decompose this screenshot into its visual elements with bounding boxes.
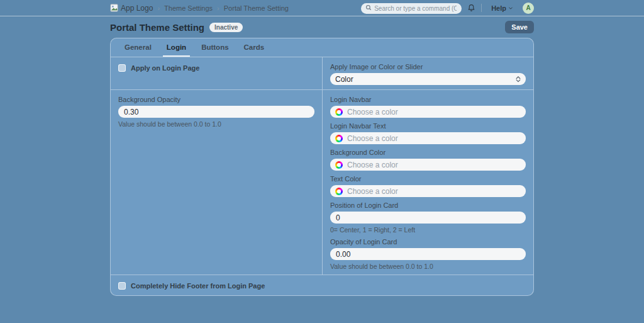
form-card: General Login Buttons Cards Apply on Log… <box>110 38 534 296</box>
hide-footer-label: Completely Hide Footer from Login Page <box>131 282 265 290</box>
position-of-login-card-label: Position of Login Card <box>330 201 526 209</box>
global-search <box>361 2 462 14</box>
background-opacity-input[interactable] <box>118 106 314 118</box>
page-header: Portal Theme Setting Inactive Save <box>110 16 534 38</box>
search-input[interactable] <box>361 3 462 14</box>
text-color-label: Text Color <box>330 175 526 183</box>
tab-login[interactable]: Login <box>163 38 190 57</box>
background-opacity-helper: Value should be between 0.0 to 1.0 <box>118 120 314 128</box>
apply-image-or-color-value: Color <box>335 75 353 84</box>
breadcrumb-theme-settings[interactable]: Theme Settings <box>164 4 213 12</box>
login-navbar-text-label: Login Navbar Text <box>330 122 526 130</box>
login-navbar-text-placeholder: Choose a color <box>347 134 398 143</box>
navbar-divider <box>481 4 482 12</box>
apply-image-or-color-select[interactable]: Color <box>330 73 526 85</box>
hide-footer-checkbox[interactable] <box>118 282 126 290</box>
background-color-placeholder: Choose a color <box>347 161 398 169</box>
background-color-label: Background Color <box>330 149 526 156</box>
apply-on-login-page-checkbox[interactable] <box>118 64 126 72</box>
apply-on-login-page-label: Apply on Login Page <box>131 64 199 72</box>
chevron-down-icon <box>508 6 513 11</box>
form-tabs: General Login Buttons Cards <box>111 38 533 57</box>
opacity-of-login-card-input[interactable] <box>330 248 526 260</box>
color-wheel-icon <box>335 161 343 169</box>
opacity-of-login-card-field: Opacity of Login Card Value should be be… <box>330 238 526 270</box>
login-navbar-field: Login Navbar Choose a color <box>330 96 526 118</box>
page-title: Portal Theme Setting <box>110 22 204 33</box>
apply-image-or-color-field: Apply Image or Color or Slider Color <box>330 63 526 85</box>
opacity-of-login-card-helper: Value should be between 0.0 to 1.0 <box>330 263 526 270</box>
breadcrumb-separator: › <box>157 4 160 12</box>
login-navbar-placeholder: Choose a color <box>347 108 398 116</box>
app-window: App Logo › Theme Settings › Portal Theme… <box>0 0 644 296</box>
position-of-login-card-helper: 0= Center, 1 = Right, 2 = Left <box>330 226 526 234</box>
save-button[interactable]: Save <box>505 21 534 33</box>
background-color-picker[interactable]: Choose a color <box>330 159 526 171</box>
form-section-footer: Completely Hide Footer from Login Page <box>111 275 533 295</box>
login-navbar-color-picker[interactable]: Choose a color <box>330 106 526 118</box>
help-label: Help <box>491 4 506 12</box>
notifications-button[interactable] <box>467 4 475 12</box>
text-color-field: Text Color Choose a color <box>330 175 526 197</box>
text-color-placeholder: Choose a color <box>347 187 398 196</box>
form-section-login-style: Background Opacity Value should be betwe… <box>111 89 533 275</box>
background-opacity-label: Background Opacity <box>118 96 314 103</box>
top-navbar: App Logo › Theme Settings › Portal Theme… <box>0 0 644 16</box>
login-navbar-label: Login Navbar <box>330 96 526 103</box>
text-color-picker[interactable]: Choose a color <box>330 185 526 197</box>
form-section-apply: Apply on Login Page Apply Image or Color… <box>111 57 533 89</box>
login-navbar-text-field: Login Navbar Text Choose a color <box>330 122 526 144</box>
bell-icon <box>467 4 475 12</box>
tab-general[interactable]: General <box>121 38 155 57</box>
select-arrows-icon <box>516 76 521 82</box>
apply-on-login-page-field: Apply on Login Page <box>118 63 314 73</box>
tab-buttons[interactable]: Buttons <box>197 38 232 57</box>
broken-image-icon <box>110 4 118 12</box>
user-avatar[interactable]: A <box>523 3 534 14</box>
tab-cards[interactable]: Cards <box>240 38 269 57</box>
help-menu-button[interactable]: Help <box>487 4 517 13</box>
app-logo-text: App Logo <box>121 4 153 13</box>
hide-footer-field: Completely Hide Footer from Login Page <box>118 281 526 291</box>
position-of-login-card-input[interactable] <box>330 212 526 224</box>
color-wheel-icon <box>335 135 343 142</box>
search-icon <box>365 4 372 11</box>
apply-image-or-color-label: Apply Image or Color or Slider <box>330 63 526 71</box>
breadcrumb-separator: › <box>217 4 219 12</box>
opacity-of-login-card-label: Opacity of Login Card <box>330 238 526 246</box>
position-of-login-card-field: Position of Login Card 0= Center, 1 = Ri… <box>330 201 526 234</box>
status-badge: Inactive <box>209 23 243 32</box>
background-opacity-field: Background Opacity Value should be betwe… <box>118 96 314 128</box>
color-wheel-icon <box>335 188 343 195</box>
background-color-field: Background Color Choose a color <box>330 149 526 171</box>
color-wheel-icon <box>335 108 343 116</box>
login-navbar-text-color-picker[interactable]: Choose a color <box>330 132 526 144</box>
app-logo[interactable]: App Logo <box>110 4 153 13</box>
breadcrumb-portal-theme-setting[interactable]: Portal Theme Setting <box>224 4 289 12</box>
